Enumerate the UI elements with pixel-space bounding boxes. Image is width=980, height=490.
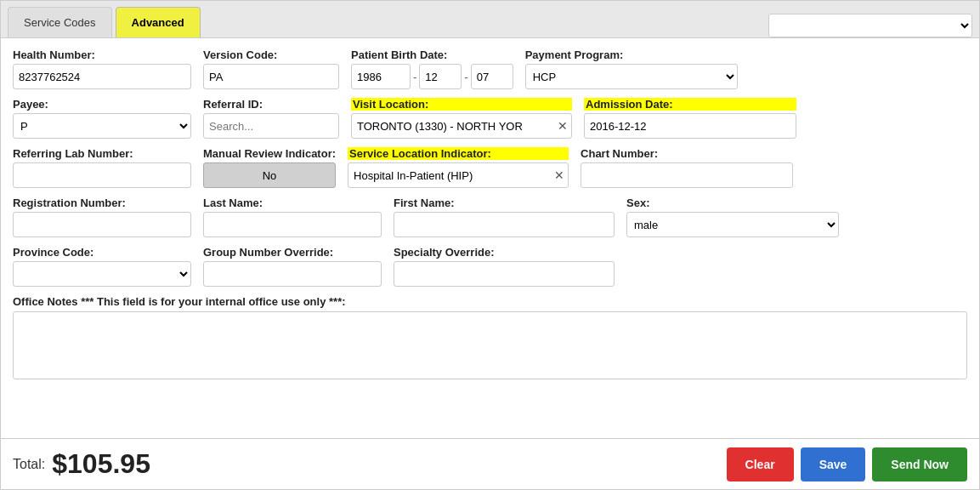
service-location-indicator-input[interactable] bbox=[348, 162, 569, 188]
payment-program-group: Payment Program: HCP RMB WCB bbox=[525, 48, 738, 89]
last-name-input[interactable] bbox=[203, 212, 382, 237]
visit-location-group: Visit Location: ✕ bbox=[351, 98, 572, 139]
save-button[interactable]: Save bbox=[801, 447, 866, 481]
office-notes-label: Office Notes *** This field is for your … bbox=[13, 295, 346, 308]
last-name-group: Last Name: bbox=[203, 197, 382, 237]
bottom-bar: Total: $105.95 Clear Save Send Now bbox=[1, 438, 979, 489]
visit-location-input-wrapper: ✕ bbox=[351, 113, 572, 139]
registration-number-group: Registration Number: bbox=[13, 197, 191, 237]
dob-month-input[interactable] bbox=[419, 64, 462, 89]
version-code-group: Version Code: bbox=[203, 48, 339, 89]
referring-lab-number-group: Referring Lab Number: bbox=[13, 147, 191, 188]
send-now-button[interactable]: Send Now bbox=[872, 447, 967, 481]
dob-year-input[interactable] bbox=[351, 64, 411, 89]
office-notes-textarea[interactable] bbox=[13, 311, 967, 379]
total-label: Total: bbox=[13, 457, 45, 472]
version-code-label: Version Code: bbox=[203, 48, 339, 61]
form-row-5: Province Code: ON BC AB QC Group Number … bbox=[13, 246, 967, 287]
registration-number-input[interactable] bbox=[13, 212, 191, 237]
first-name-group: First Name: bbox=[394, 197, 615, 237]
referral-id-label: Referral ID: bbox=[203, 98, 339, 111]
manual-review-btn[interactable]: No bbox=[203, 162, 336, 188]
health-number-label: Health Number: bbox=[13, 48, 191, 61]
tab-advanced[interactable]: Advanced bbox=[116, 7, 201, 37]
province-code-select[interactable]: ON BC AB QC bbox=[13, 261, 191, 287]
group-number-override-group: Group Number Override: bbox=[203, 246, 382, 287]
referring-lab-number-input[interactable] bbox=[13, 162, 191, 188]
visit-location-clear-icon[interactable]: ✕ bbox=[558, 119, 568, 133]
payee-select[interactable]: P D bbox=[13, 113, 191, 139]
chart-number-label: Chart Number: bbox=[581, 147, 793, 160]
payment-program-label: Payment Program: bbox=[525, 48, 738, 61]
visit-location-input[interactable] bbox=[351, 113, 572, 139]
clear-button[interactable]: Clear bbox=[727, 447, 794, 481]
last-name-label: Last Name: bbox=[203, 197, 382, 209]
form-row-3: Referring Lab Number: Manual Review Indi… bbox=[13, 147, 967, 188]
total-amount: $105.95 bbox=[52, 448, 150, 480]
group-number-override-input[interactable] bbox=[203, 261, 382, 287]
tab-service-codes[interactable]: Service Codes bbox=[8, 7, 112, 37]
first-name-input[interactable] bbox=[394, 212, 615, 237]
form-row-6: Office Notes *** This field is for your … bbox=[13, 295, 967, 379]
main-container: Service Codes Advanced Health Number: Ve… bbox=[0, 0, 980, 490]
form-row-1: Health Number: Version Code: Patient Bir… bbox=[13, 48, 967, 89]
group-number-override-label: Group Number Override: bbox=[203, 246, 382, 259]
admission-date-label: Admission Date: bbox=[584, 98, 796, 111]
dob-inputs: - - bbox=[351, 64, 513, 89]
top-right-select-group bbox=[768, 14, 972, 37]
payee-group: Payee: P D bbox=[13, 98, 191, 139]
form-area: Health Number: Version Code: Patient Bir… bbox=[1, 38, 979, 438]
dob-sep-2: - bbox=[464, 71, 467, 83]
specialty-override-label: Specialty Override: bbox=[394, 246, 615, 259]
health-number-group: Health Number: bbox=[13, 48, 191, 89]
sex-group: Sex: male female unknown bbox=[626, 197, 839, 237]
referral-id-group: Referral ID: bbox=[203, 98, 339, 139]
patient-birth-date-label: Patient Birth Date: bbox=[351, 48, 513, 61]
chart-number-input[interactable] bbox=[581, 162, 793, 188]
tabs-bar: Service Codes Advanced bbox=[1, 1, 979, 38]
dob-sep-1: - bbox=[413, 71, 416, 83]
service-location-indicator-clear-icon[interactable]: ✕ bbox=[554, 168, 564, 182]
specialty-override-input[interactable] bbox=[394, 261, 615, 287]
service-location-indicator-input-wrapper: ✕ bbox=[348, 162, 569, 188]
chart-number-group: Chart Number: bbox=[581, 147, 793, 188]
payee-label: Payee: bbox=[13, 98, 191, 111]
referring-lab-number-label: Referring Lab Number: bbox=[13, 147, 191, 160]
form-row-2: Payee: P D Referral ID: Visit Location: … bbox=[13, 98, 967, 139]
sex-select[interactable]: male female unknown bbox=[626, 212, 839, 237]
province-code-label: Province Code: bbox=[13, 246, 191, 259]
admission-date-input[interactable] bbox=[584, 113, 796, 139]
visit-location-label: Visit Location: bbox=[351, 98, 572, 111]
service-location-indicator-group: Service Location Indicator: ✕ bbox=[348, 147, 569, 188]
patient-birth-date-group: Patient Birth Date: - - bbox=[351, 48, 513, 89]
manual-review-indicator-label: Manual Review Indicator: bbox=[203, 147, 336, 160]
top-right-dropdown[interactable] bbox=[768, 14, 972, 37]
dob-day-input[interactable] bbox=[471, 64, 513, 89]
payment-program-select[interactable]: HCP RMB WCB bbox=[525, 64, 738, 89]
admission-date-group: Admission Date: bbox=[584, 98, 796, 139]
manual-review-indicator-group: Manual Review Indicator: No bbox=[203, 147, 336, 188]
health-number-input[interactable] bbox=[13, 64, 191, 89]
registration-number-label: Registration Number: bbox=[13, 197, 191, 209]
first-name-label: First Name: bbox=[394, 197, 615, 209]
version-code-input[interactable] bbox=[203, 64, 339, 89]
referral-id-input[interactable] bbox=[203, 113, 339, 139]
province-code-group: Province Code: ON BC AB QC bbox=[13, 246, 191, 287]
service-location-indicator-label: Service Location Indicator: bbox=[348, 147, 569, 160]
form-row-4: Registration Number: Last Name: First Na… bbox=[13, 197, 967, 237]
sex-label: Sex: bbox=[626, 197, 839, 209]
specialty-override-group: Specialty Override: bbox=[394, 246, 615, 287]
